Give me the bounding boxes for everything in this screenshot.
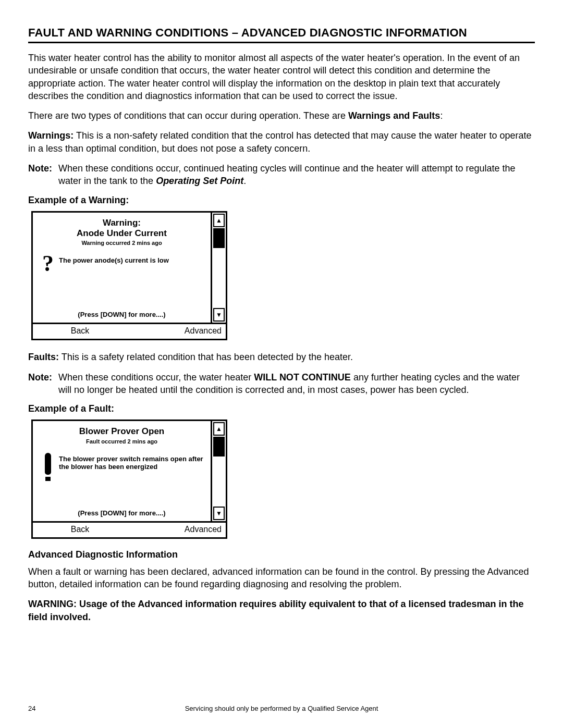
scroll-thumb[interactable] — [213, 437, 225, 456]
faults-note: Note: When these conditions occur, the w… — [28, 371, 535, 397]
example-warning-heading: Example of a Warning: — [28, 195, 535, 206]
two-types-bold: Warnings and Faults — [348, 110, 440, 121]
faults-label: Faults: — [28, 352, 59, 362]
title-rule — [28, 42, 535, 43]
warnings-label: Warnings: — [28, 130, 74, 141]
advanced-diag-heading: Advanced Diagnostic Information — [28, 549, 535, 560]
lcd1-advanced-button[interactable]: Advanced — [127, 324, 226, 339]
question-icon: ? — [37, 254, 59, 273]
lcd1-title2: Anode Under Current — [37, 228, 206, 239]
lcd1-back-button[interactable]: Back — [33, 324, 127, 339]
lcd2-subtitle: Fault occurred 2 mins ago — [37, 438, 206, 445]
faults-paragraph: Faults: This is a safety related conditi… — [28, 351, 535, 363]
warning-lcd-panel: Warning: Anode Under Current Warning occ… — [31, 211, 227, 341]
lcd2-scrollbar[interactable]: ▲ ▼ — [211, 421, 226, 521]
exclamation-icon — [37, 453, 59, 481]
scroll-thumb[interactable] — [213, 228, 225, 248]
faults-note-a: When these conditions occur, the water h… — [58, 372, 254, 382]
page-title: FAULT AND WARNING CONDITIONS – ADVANCED … — [28, 26, 535, 40]
warnings-paragraph: Warnings: This is a non-safety related c… — [28, 129, 535, 155]
warnings-note: Note: When these conditions occur, conti… — [28, 162, 535, 188]
page-footer: 24 Servicing should only be performed by… — [28, 705, 535, 712]
warnings-note-a: When these conditions occur, continued h… — [58, 163, 516, 186]
warnings-body: This is a non-safety related condition t… — [28, 130, 532, 153]
example-fault-heading: Example of a Fault: — [28, 403, 535, 414]
scroll-up-icon[interactable]: ▲ — [213, 422, 225, 436]
note-label: Note: — [28, 162, 58, 188]
warnings-note-b: . — [243, 176, 246, 186]
faults-body: This is a safety related condition that … — [59, 352, 353, 362]
footer-text: Servicing should only be performed by a … — [59, 705, 504, 712]
scroll-up-icon[interactable]: ▲ — [213, 214, 225, 227]
warnings-note-body: When these conditions occur, continued h… — [58, 162, 535, 188]
intro-paragraph: This water heater control has the abilit… — [28, 52, 535, 102]
lcd1-subtitle: Warning occurred 2 mins ago — [37, 240, 206, 246]
operating-set-point: Operating Set Point — [156, 176, 243, 186]
lcd1-description: The power anode(s) current is low — [59, 254, 206, 264]
faults-note-body: When these conditions occur, the water h… — [58, 371, 535, 397]
lcd1-title1: Warning: — [37, 218, 206, 228]
condition-types: There are two types of conditions that c… — [28, 109, 535, 122]
two-types-pre: There are two types of conditions that c… — [28, 110, 348, 121]
scroll-down-icon[interactable]: ▼ — [213, 507, 225, 520]
lcd2-back-button[interactable]: Back — [33, 523, 127, 537]
advanced-diag-warning: WARNING: Usage of the Advanced informati… — [28, 598, 535, 623]
lcd2-more: (Press [DOWN] for more....) — [37, 509, 206, 517]
lcd1-more: (Press [DOWN] for more....) — [37, 311, 206, 318]
lcd2-description: The blower prover switch remains open af… — [59, 453, 206, 471]
lcd2-title: Blower Prover Open — [37, 426, 206, 437]
page-number: 24 — [28, 705, 59, 712]
note-label-2: Note: — [28, 371, 58, 397]
advanced-diag-body: When a fault or warning has been declare… — [28, 565, 535, 591]
lcd2-advanced-button[interactable]: Advanced — [127, 523, 226, 537]
scroll-down-icon[interactable]: ▼ — [213, 308, 225, 322]
will-not-continue: WILL NOT CONTINUE — [254, 372, 351, 382]
two-types-post: : — [440, 110, 443, 121]
lcd1-scrollbar[interactable]: ▲ ▼ — [211, 213, 226, 323]
fault-lcd-panel: Blower Prover Open Fault occurred 2 mins… — [31, 419, 227, 538]
